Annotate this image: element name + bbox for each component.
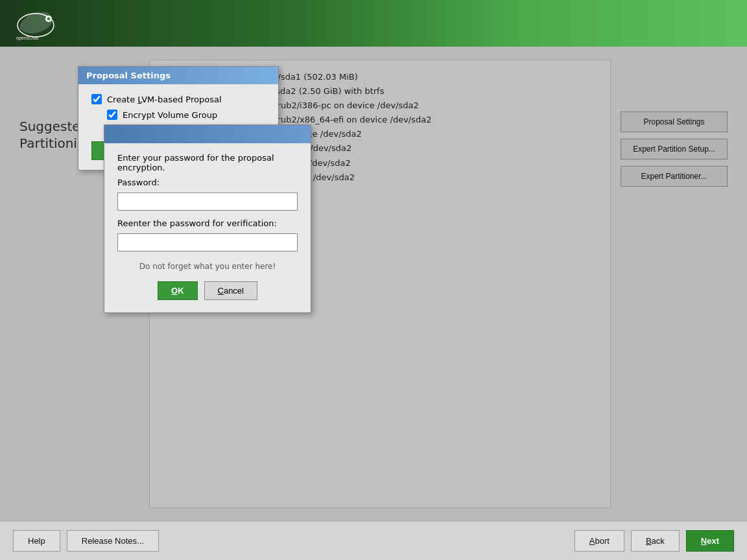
- reenter-field-label: Reenter the password for verification:: [117, 218, 298, 228]
- password-input[interactable]: [117, 192, 298, 211]
- back-button[interactable]: Back: [631, 530, 680, 552]
- create-lvm-label: Create LVM-based Proposal: [107, 95, 222, 104]
- encrypt-vg-row: Encrypt Volume Group: [107, 110, 265, 120]
- header: openSUSE: [0, 0, 747, 47]
- main-area: Suggested Partitioning • Create swap vol…: [0, 47, 747, 521]
- opensuse-logo: openSUSE: [13, 6, 58, 41]
- create-lvm-checkbox[interactable]: [91, 94, 102, 104]
- proposal-dialog-titlebar: Proposal Settings: [78, 67, 278, 84]
- password-dialog-buttons: OK Cancel: [117, 276, 298, 303]
- help-button[interactable]: Help: [13, 530, 60, 552]
- encrypt-vg-checkbox[interactable]: [107, 110, 117, 120]
- next-button[interactable]: Next: [686, 530, 734, 552]
- password-dialog: Enter your password for the proposal enc…: [104, 124, 311, 313]
- password-dialog-titlebar: [104, 125, 311, 143]
- password-dialog-body: Enter your password for the proposal enc…: [104, 143, 311, 312]
- abort-button[interactable]: Abort: [575, 530, 624, 552]
- footer-right-buttons: Abort Back Next: [575, 530, 734, 552]
- password-instruction: Enter your password for the proposal enc…: [117, 153, 298, 172]
- footer: Help Release Notes... Abort Back Next: [0, 521, 747, 560]
- release-notes-button[interactable]: Release Notes...: [67, 530, 159, 552]
- logo: openSUSE: [13, 6, 58, 41]
- password-ok-button[interactable]: OK: [158, 281, 198, 300]
- password-hint: Do not forget what you enter here!: [117, 262, 298, 271]
- create-lvm-row: Create LVM-based Proposal: [91, 94, 265, 104]
- password-cancel-button[interactable]: Cancel: [204, 281, 257, 300]
- password-field-label: Password:: [117, 178, 298, 187]
- proposal-dialog-title-text: Proposal Settings: [86, 71, 171, 80]
- svg-text:openSUSE: openSUSE: [16, 36, 39, 41]
- reenter-password-input[interactable]: [117, 233, 298, 251]
- encrypt-vg-label: Encrypt Volume Group: [123, 110, 217, 120]
- footer-left-buttons: Help Release Notes...: [13, 530, 159, 552]
